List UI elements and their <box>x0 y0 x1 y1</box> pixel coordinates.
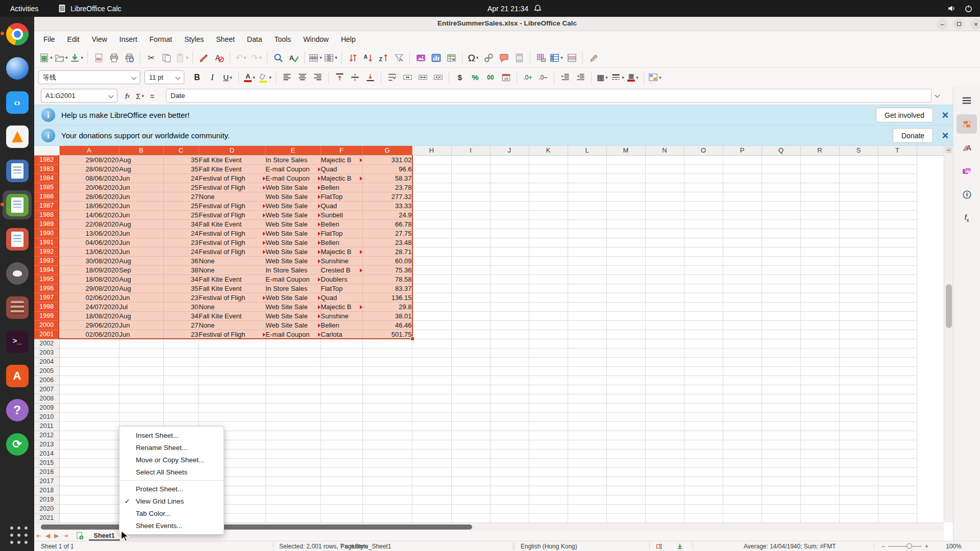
row-header-2002[interactable]: 2002 <box>34 339 59 348</box>
cell[interactable]: None <box>199 320 265 330</box>
cell[interactable] <box>723 238 762 247</box>
cell[interactable] <box>839 284 878 293</box>
font-color-button[interactable]: A▾ <box>242 70 257 85</box>
menu-tools[interactable]: Tools <box>268 31 297 48</box>
cell[interactable] <box>568 311 606 320</box>
row-header-2008[interactable]: 2008 <box>34 394 59 403</box>
cell[interactable] <box>800 247 839 256</box>
cell[interactable] <box>762 394 800 403</box>
cell[interactable] <box>762 219 800 229</box>
row-header-1994[interactable]: 1994 <box>34 265 59 274</box>
cell[interactable] <box>606 173 645 183</box>
cell[interactable] <box>490 210 529 219</box>
cell[interactable]: 29/08/2020 <box>59 284 119 293</box>
cell[interactable] <box>568 256 606 265</box>
chevron-down-icon[interactable]: ▾ <box>253 75 255 80</box>
cell[interactable] <box>412 164 451 173</box>
dock-item-help[interactable]: ? <box>3 395 32 424</box>
cell[interactable] <box>490 293 529 302</box>
cell[interactable] <box>529 458 568 467</box>
cell[interactable] <box>490 284 529 293</box>
cell[interactable]: Web Site Sale <box>265 192 321 201</box>
cell[interactable] <box>362 467 412 477</box>
cell[interactable] <box>199 385 265 394</box>
cell[interactable] <box>878 467 917 477</box>
cell[interactable] <box>684 247 723 256</box>
cell[interactable] <box>490 229 529 238</box>
cell[interactable] <box>568 284 606 293</box>
cell[interactable] <box>412 495 451 504</box>
cell[interactable] <box>490 164 529 173</box>
autosum-button[interactable]: Σ▾ <box>133 92 147 101</box>
cell[interactable] <box>529 164 568 173</box>
wrap-text-button[interactable] <box>384 70 400 85</box>
print-button[interactable] <box>106 50 121 65</box>
cell[interactable] <box>723 229 762 238</box>
cell[interactable] <box>684 486 723 495</box>
cell[interactable] <box>645 348 684 357</box>
clear-formatting-button[interactable]: A <box>211 50 227 65</box>
chevron-down-icon[interactable]: ▾ <box>230 75 232 80</box>
cell[interactable] <box>878 403 917 412</box>
dock-item-gimp[interactable] <box>3 259 32 288</box>
cell[interactable] <box>412 238 451 247</box>
cell[interactable] <box>723 458 762 467</box>
cell[interactable] <box>568 412 606 421</box>
close-icon[interactable]: × <box>939 109 952 122</box>
cell[interactable]: Bellen <box>321 183 362 192</box>
cell[interactable]: Jun <box>119 210 163 219</box>
cell[interactable] <box>568 421 606 431</box>
cell[interactable] <box>321 504 362 513</box>
cell[interactable] <box>59 477 119 486</box>
cell[interactable] <box>684 284 723 293</box>
cell[interactable] <box>723 357 762 366</box>
row-header-2018[interactable]: 2018 <box>34 486 59 495</box>
cell[interactable] <box>800 357 839 366</box>
cell[interactable]: 46.46 <box>362 320 412 330</box>
cell[interactable] <box>839 458 878 467</box>
cell[interactable] <box>723 192 762 201</box>
bold-button[interactable]: B <box>189 70 205 85</box>
cell[interactable] <box>878 320 917 330</box>
cell[interactable] <box>762 513 800 522</box>
cell[interactable]: 18/06/2020 <box>59 201 119 210</box>
cell[interactable]: 23 <box>163 330 199 339</box>
cell[interactable] <box>839 210 878 219</box>
cell[interactable]: 60.09 <box>362 256 412 265</box>
cell[interactable] <box>684 504 723 513</box>
column-header-J[interactable]: J <box>490 146 529 155</box>
cell[interactable] <box>684 293 723 302</box>
cell[interactable] <box>606 504 645 513</box>
cell[interactable] <box>878 164 917 173</box>
cell[interactable] <box>684 201 723 210</box>
cell[interactable] <box>606 210 645 219</box>
cell[interactable] <box>645 421 684 431</box>
cell[interactable] <box>412 421 451 431</box>
row-header-1997[interactable]: 1997 <box>34 293 59 302</box>
cell[interactable]: Jun <box>119 229 163 238</box>
cell[interactable]: Fall Kite Event <box>199 164 265 173</box>
cell[interactable] <box>606 385 645 394</box>
headers-footers-button[interactable] <box>511 50 527 65</box>
cell[interactable] <box>451 412 490 421</box>
cell[interactable] <box>762 348 800 357</box>
highlight-color-button[interactable]: ▾ <box>257 70 273 85</box>
cell[interactable] <box>606 495 645 504</box>
cell[interactable] <box>839 357 878 366</box>
cell[interactable] <box>645 183 684 192</box>
cell[interactable] <box>412 366 451 375</box>
cell[interactable] <box>59 357 119 366</box>
cell[interactable] <box>723 183 762 192</box>
cell[interactable] <box>839 173 878 183</box>
cell[interactable] <box>800 229 839 238</box>
cell[interactable] <box>800 192 839 201</box>
cell[interactable] <box>568 229 606 238</box>
cell[interactable] <box>839 513 878 522</box>
row-header-2006[interactable]: 2006 <box>34 375 59 385</box>
cell[interactable]: Doublers <box>321 274 362 284</box>
cell[interactable]: 78.58 <box>362 274 412 284</box>
cell[interactable] <box>723 320 762 330</box>
chevron-down-icon[interactable]: ▾ <box>186 55 188 60</box>
cell[interactable] <box>529 486 568 495</box>
cell[interactable]: Web Site Sale <box>265 210 321 219</box>
